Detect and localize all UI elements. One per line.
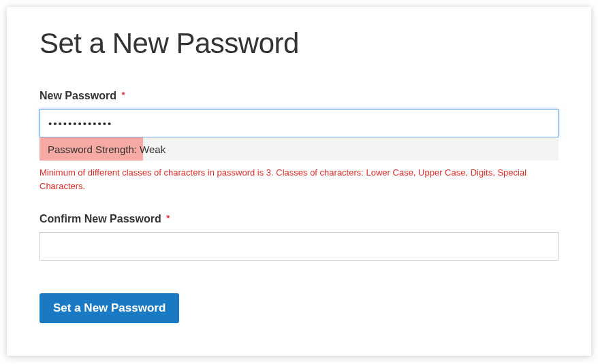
new-password-label: New Password *	[40, 90, 558, 102]
confirm-password-input[interactable]	[40, 232, 558, 261]
password-strength-label: Password Strength: Weak	[48, 144, 166, 155]
password-reset-card: Set a New Password New Password * Passwo…	[7, 7, 591, 356]
required-indicator-icon: *	[166, 213, 170, 223]
password-error-message: Minimum of different classes of characte…	[40, 166, 558, 193]
confirm-password-field: Confirm New Password *	[40, 213, 558, 261]
required-indicator-icon: *	[121, 90, 125, 100]
set-password-button[interactable]: Set a New Password	[40, 293, 179, 323]
password-strength-meter: Password Strength: Weak	[40, 137, 558, 161]
new-password-input[interactable]	[40, 109, 558, 137]
confirm-password-label-text: Confirm New Password	[40, 213, 161, 225]
page-title: Set a New Password	[40, 27, 558, 60]
confirm-password-label: Confirm New Password *	[40, 213, 558, 225]
new-password-field: New Password * Password Strength: Weak M…	[40, 90, 558, 193]
new-password-label-text: New Password	[40, 90, 116, 101]
